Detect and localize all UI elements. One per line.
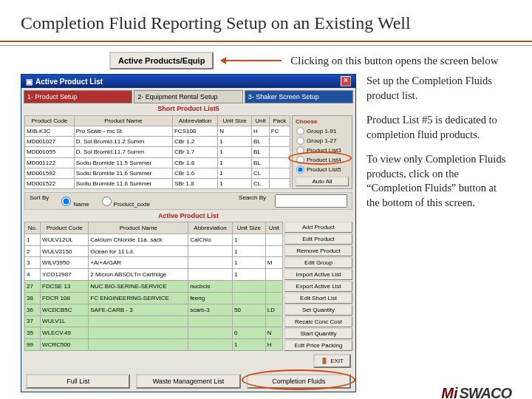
completion-fluids-button[interactable]: Completion Fluids xyxy=(247,374,351,389)
para-3: To view only Completion Fluids products,… xyxy=(366,152,511,210)
app-window: ▣ Active Product List × 1- Product Setup… xyxy=(21,74,356,392)
table-row[interactable]: MD001592Sodiu Bromide 11.6 SummerCBr 1.6… xyxy=(25,168,290,178)
tab-shaker-screen[interactable]: 3- Shaker Screen Setup xyxy=(245,90,353,103)
table-row[interactable]: MD001027D. Sol.Bromid.11.2 SummCBr 1.21B… xyxy=(25,137,290,147)
auto-all-button[interactable]: Auto All xyxy=(296,177,349,186)
col-header: Product Name xyxy=(74,116,172,126)
choose-header: Choose xyxy=(296,118,349,125)
set-quantity-button[interactable]: Set Quantity xyxy=(284,304,352,316)
active-product-table: No. Product Code Product Name Abbreviati… xyxy=(24,222,283,351)
start-quantity-button[interactable]: Start Quantity xyxy=(284,328,352,339)
search-label: Search By xyxy=(239,194,266,208)
col-header: Abbreviation xyxy=(188,222,233,234)
edit-group-button[interactable]: Edit Group xyxy=(284,257,352,268)
side-buttons: Add Product Edit Product Remove Product … xyxy=(284,222,352,351)
col-header: No. xyxy=(25,222,41,234)
tab-equipment-rental[interactable]: 2- Equipment Rental Setup xyxy=(134,90,242,103)
slide-title: Completion Fluid Reporting Setup on an E… xyxy=(21,13,511,33)
waste-mgmt-button[interactable]: Waste Management List xyxy=(136,374,240,389)
active-list-title: Active Product List xyxy=(21,211,355,220)
choose-panel: Choose Group 1-91 Group 1-27 Product Lis… xyxy=(292,115,352,189)
col-header: Product Code xyxy=(41,222,89,234)
sort-label: Sort By xyxy=(30,194,49,208)
para-1: Set up the Completion Fluids product lis… xyxy=(366,74,511,103)
divider-orange xyxy=(0,41,532,42)
tab-product-setup[interactable]: 1- Product Setup xyxy=(24,90,132,103)
table-row[interactable]: 3WILV3950+A/+A/GAR1M xyxy=(25,257,283,269)
exit-button[interactable]: 🚪EXIT xyxy=(313,354,351,368)
col-header: Abbreviation xyxy=(172,116,217,126)
short-list-title: Short Product List5 xyxy=(21,103,355,114)
table-row[interactable]: 1WULV12ULCalcium Chloride 11a. sackCalCh… xyxy=(25,233,283,245)
col-header: Product Name xyxy=(89,222,188,234)
exit-icon: 🚪 xyxy=(321,358,328,364)
col-header: Product Code xyxy=(25,116,75,126)
table-row[interactable]: 99WCRC5001H xyxy=(25,339,283,351)
window-titlebar: ▣ Active Product List × xyxy=(21,75,355,88)
table-row[interactable]: MD001055D. Sol.Bromid.11.7 SummCBr 1.71B… xyxy=(25,147,290,157)
window-icon: ▣ xyxy=(26,78,33,86)
table-row[interactable]: 35WLECV.490N xyxy=(25,327,283,339)
short-product-table: Product Code Product Name Abbreviation U… xyxy=(24,115,290,189)
col-header: Pack xyxy=(269,116,290,126)
button-caption: Clicking on this button opens the screen… xyxy=(290,54,498,67)
sort-code-radio[interactable]: Product_code xyxy=(98,194,150,208)
full-list-button[interactable]: Full List xyxy=(26,374,130,389)
search-input[interactable] xyxy=(275,194,347,208)
logo-swaco: SWACO xyxy=(459,385,511,399)
radio-option[interactable]: Group 1-27 xyxy=(296,136,349,146)
export-list-button[interactable]: Export Active List xyxy=(284,281,352,292)
table-row[interactable]: 37WULV1L xyxy=(25,316,283,327)
table-row[interactable]: 27FDCSE 13NUC BIO-SERINE-SERVICEnucbcis xyxy=(25,281,283,293)
sort-name-radio[interactable]: Name xyxy=(58,194,89,208)
add-product-button[interactable]: Add Product xyxy=(284,222,352,233)
edit-short-list-button[interactable]: Edit Short List xyxy=(284,293,352,304)
divider-grey xyxy=(0,45,532,46)
col-header: Unit Size xyxy=(232,222,265,234)
edit-product-button[interactable]: Edit Product xyxy=(284,233,352,245)
table-row[interactable]: 38FDCR 108FC ENGINEERING-SERVICEfeeng xyxy=(25,292,283,304)
radio-option[interactable]: Group 1-91 xyxy=(296,126,349,136)
col-header: Unit xyxy=(251,116,269,126)
table-row[interactable]: 4YCO129872 Micron ABSOLTn Cartridge1 xyxy=(25,269,283,281)
explanation-text: Set up the Completion Fluids product lis… xyxy=(366,74,511,392)
col-header: Unit Size xyxy=(218,116,252,126)
remove-product-button[interactable]: Remove Product xyxy=(284,245,352,256)
import-list-button[interactable]: Import Active List xyxy=(284,269,352,280)
radio-option[interactable]: Product List4 xyxy=(296,155,349,165)
radio-option[interactable]: Product List5 xyxy=(296,165,349,174)
table-row[interactable]: 2WULV3150Ocean for 11 Ld.1 xyxy=(25,245,283,257)
sort-search-row: Sort By Name Product_code Search By xyxy=(24,192,352,210)
col-header: Unit xyxy=(265,222,282,234)
table-row[interactable]: MD001122Sodiu Bromide 11.5 SummerCBr 1.8… xyxy=(25,157,290,168)
active-products-button[interactable]: Active Products/Equip xyxy=(109,52,214,69)
radio-option[interactable]: Product List3 xyxy=(296,146,349,155)
recalc-cost-button[interactable]: Recalc Conc Cost xyxy=(284,316,352,327)
logo: MiSWACO xyxy=(441,385,511,399)
window-title: Active Product List xyxy=(35,78,103,86)
edit-price-button[interactable]: Edit Price Packing xyxy=(284,340,352,351)
close-icon[interactable]: × xyxy=(341,76,351,86)
para-2: Product List #5 is dedicated to completi… xyxy=(366,113,511,142)
table-row[interactable]: MIB-K3CPro Scale - mc StFCS108NHFC xyxy=(25,126,290,137)
arrow-icon xyxy=(222,60,282,61)
table-row[interactable]: 36WCDCB5CSAFE-CARB - 3scarb-350LD xyxy=(25,304,283,316)
logo-mi: Mi xyxy=(441,385,457,399)
table-row[interactable]: MD001522Sodiu Bromide 11.8 SummerSBr 1.8… xyxy=(25,178,290,188)
